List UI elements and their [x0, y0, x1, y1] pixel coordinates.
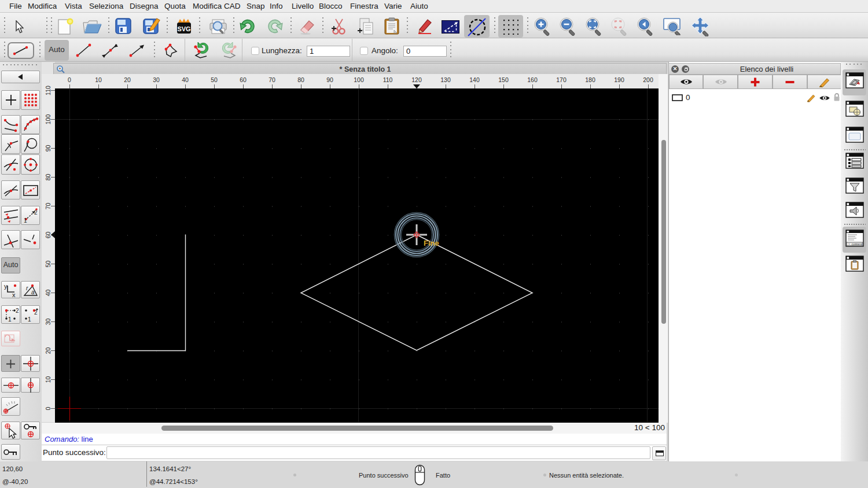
svg-text:140: 140	[469, 76, 480, 83]
svg-text:y: y	[4, 283, 8, 290]
svg-text:80: 80	[45, 174, 52, 181]
svg-text:90: 90	[45, 145, 52, 152]
svg-text:150: 150	[498, 76, 509, 83]
svg-text:120: 120	[411, 76, 422, 83]
svg-text:10: 10	[45, 376, 52, 383]
svg-text:60: 60	[240, 76, 247, 83]
svg-text:30: 30	[153, 76, 160, 83]
svg-text:20: 20	[124, 76, 131, 83]
svg-text:40: 40	[45, 290, 52, 297]
svg-text:1: 1	[24, 217, 27, 224]
svg-text:180: 180	[585, 76, 595, 83]
svg-text:110: 110	[383, 76, 393, 83]
svg-text:1: 1	[28, 316, 31, 323]
svg-text:50: 50	[45, 261, 52, 268]
svg-text:80: 80	[297, 76, 304, 83]
svg-text:50: 50	[211, 76, 218, 83]
svg-text:70: 70	[269, 76, 275, 83]
svg-text:> command: > command	[848, 243, 863, 246]
svg-text:30: 30	[45, 319, 52, 326]
svg-text:Fine: Fine	[424, 239, 439, 247]
svg-text:160: 160	[527, 76, 538, 83]
svg-text:r: r	[26, 285, 28, 291]
svg-text:190: 190	[614, 76, 624, 83]
svg-text:20: 20	[45, 347, 52, 354]
svg-text:90: 90	[326, 76, 333, 83]
svg-text:a: a	[31, 289, 35, 295]
svg-text:2: 2	[34, 209, 38, 216]
svg-text:1: 1	[8, 316, 12, 323]
svg-text:100: 100	[354, 76, 364, 83]
svg-text:10: 10	[95, 76, 102, 83]
svg-text:0: 0	[45, 406, 52, 410]
svg-text:2: 2	[34, 309, 38, 316]
svg-text:2: 2	[16, 308, 19, 314]
svg-text:SVG: SVG	[177, 25, 190, 32]
svg-text:100: 100	[45, 114, 52, 125]
svg-text:0: 0	[68, 76, 71, 83]
svg-text:130: 130	[440, 76, 451, 83]
svg-text:170: 170	[556, 76, 567, 83]
svg-text:x: x	[12, 291, 16, 298]
svg-text:200: 200	[643, 76, 653, 83]
svg-text:70: 70	[45, 203, 52, 210]
svg-text:110: 110	[45, 86, 52, 95]
svg-text:60: 60	[45, 232, 52, 239]
svg-text:40: 40	[182, 76, 189, 83]
